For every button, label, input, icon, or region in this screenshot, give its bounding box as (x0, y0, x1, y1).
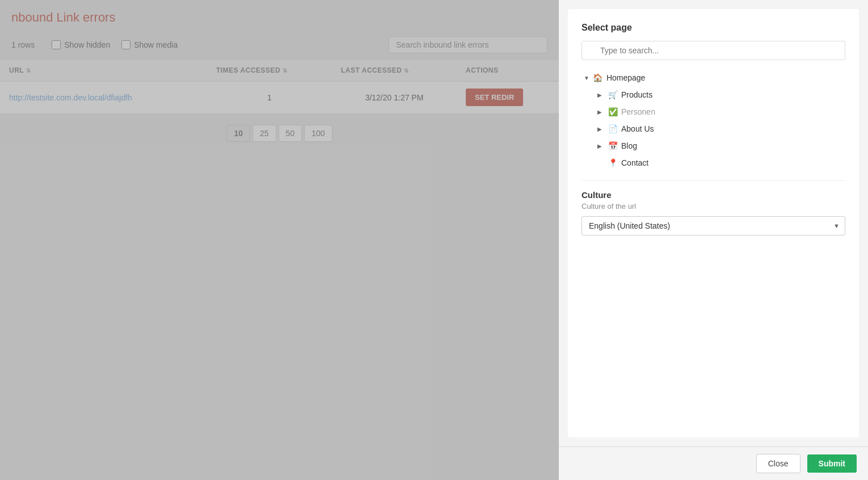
culture-select-wrapper: English (United States) English (United … (582, 216, 845, 235)
personen-icon: ✅ (608, 107, 618, 117)
products-icon: 🛒 (608, 90, 618, 100)
culture-section: Culture Culture of the url English (Unit… (582, 190, 845, 235)
tree-item-about-us[interactable]: ▶ 📄 About Us (595, 120, 845, 137)
culture-title: Culture (582, 190, 845, 200)
products-label: Products (621, 90, 652, 99)
panel-title: Select page (582, 23, 845, 33)
culture-select[interactable]: English (United States) English (United … (582, 216, 845, 235)
panel-footer: Close Submit (559, 447, 868, 480)
contact-icon: 📍 (608, 158, 618, 168)
homepage-chevron-icon: ▼ (584, 75, 589, 81)
products-chevron-icon: ▶ (597, 92, 604, 98)
tree-item-homepage[interactable]: ▼ 🏠 Homepage (582, 69, 845, 86)
culture-subtitle: Culture of the url (582, 202, 845, 210)
panel-search-input[interactable] (582, 41, 845, 60)
home-icon: 🏠 (593, 73, 603, 83)
tree-item-contact[interactable]: ▶ 📍 Contact (595, 154, 845, 171)
homepage-label: Homepage (606, 73, 646, 82)
close-button[interactable]: Close (756, 454, 800, 473)
about-icon: 📄 (608, 124, 618, 134)
blog-icon: 📅 (608, 141, 618, 151)
submit-button[interactable]: Submit (807, 454, 857, 473)
personen-label: Personen (621, 107, 655, 116)
page-tree: ▼ 🏠 Homepage ▶ 🛒 Products ▶ ✅ Personen (582, 69, 845, 171)
contact-label: Contact (621, 158, 648, 167)
blog-chevron-icon: ▶ (597, 143, 604, 149)
about-us-label: About Us (621, 124, 654, 133)
modal-overlay[interactable] (0, 0, 559, 480)
select-page-panel: Select page 🔍 ▼ 🏠 Homepage ▶ 🛒 Products (559, 0, 868, 480)
panel-search-wrapper: 🔍 (582, 41, 845, 60)
panel-body: Select page 🔍 ▼ 🏠 Homepage ▶ 🛒 Products (568, 9, 859, 437)
about-chevron-icon: ▶ (597, 126, 604, 132)
tree-item-personen[interactable]: ▶ ✅ Personen (595, 103, 845, 120)
personen-chevron-icon: ▶ (597, 109, 604, 115)
tree-item-products[interactable]: ▶ 🛒 Products (595, 86, 845, 103)
homepage-children: ▶ 🛒 Products ▶ ✅ Personen ▶ 📄 About Us (595, 86, 845, 171)
blog-label: Blog (621, 141, 637, 150)
panel-divider (582, 180, 845, 181)
tree-item-blog[interactable]: ▶ 📅 Blog (595, 137, 845, 154)
